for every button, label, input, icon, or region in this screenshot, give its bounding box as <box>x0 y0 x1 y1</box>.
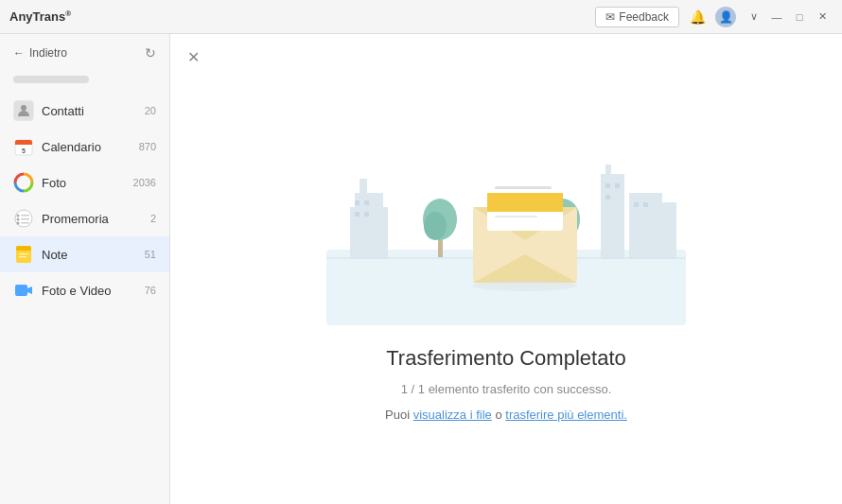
svg-point-49 <box>473 280 577 291</box>
sidebar-item-fotovideo[interactable]: Foto e Video 76 <box>0 272 169 308</box>
back-label: Indietro <box>29 46 67 60</box>
bell-icon: 🔔 <box>690 9 706 25</box>
maximize-button[interactable]: □ <box>789 7 810 27</box>
window-controls: ∨ — □ ✕ <box>744 7 833 27</box>
note-icon <box>13 244 34 265</box>
success-links-pre: Puoi <box>385 408 413 422</box>
svg-rect-33 <box>615 183 620 188</box>
svg-rect-25 <box>364 200 369 205</box>
svg-point-9 <box>17 218 20 221</box>
avatar-button[interactable]: 👤 <box>715 7 736 27</box>
sidebar: ← Indietro ↻ Contatti 20 <box>0 34 170 504</box>
promemoria-icon <box>13 208 34 229</box>
svg-rect-32 <box>605 183 610 188</box>
note-label: Note <box>42 248 145 262</box>
calendario-count: 870 <box>139 141 156 152</box>
svg-rect-16 <box>16 249 31 251</box>
svg-point-8 <box>17 215 20 217</box>
fotovideo-label: Foto e Video <box>42 284 145 298</box>
promemoria-count: 2 <box>150 213 156 224</box>
svg-point-10 <box>17 222 20 225</box>
svg-rect-29 <box>605 165 611 179</box>
contatti-icon <box>13 100 34 121</box>
success-container: Trasferimento Completato 1 / 1 elemento … <box>326 117 686 422</box>
note-count: 51 <box>145 249 156 260</box>
success-links: Puoi visualizza i file o trasferire più … <box>385 408 627 422</box>
title-bar-right: ✉ Feedback 🔔 👤 ∨ — □ ✕ <box>595 7 833 27</box>
back-button[interactable]: ← Indietro <box>13 46 67 60</box>
feedback-label: Feedback <box>619 10 669 24</box>
svg-rect-48 <box>495 216 537 217</box>
chevron-down-button[interactable]: ∨ <box>744 7 764 27</box>
svg-rect-12 <box>21 218 29 220</box>
back-arrow-icon: ← <box>13 46 25 60</box>
promemoria-label: Promemoria <box>42 212 150 226</box>
success-illustration <box>326 117 686 325</box>
title-bar: AnyTrans® ✉ Feedback 🔔 👤 ∨ — □ ✕ <box>0 0 842 34</box>
svg-rect-18 <box>19 256 26 257</box>
svg-point-1 <box>21 105 26 111</box>
svg-rect-22 <box>360 179 367 198</box>
svg-rect-35 <box>634 202 639 207</box>
sidebar-item-foto[interactable]: Foto 2036 <box>0 165 169 200</box>
success-title: Trasferimento Completato <box>386 346 626 371</box>
main-layout: ← Indietro ↻ Contatti 20 <box>0 34 842 504</box>
sidebar-item-note[interactable]: Note 51 <box>0 236 169 272</box>
success-links-mid: o <box>492 408 505 422</box>
foto-label: Foto <box>42 176 133 190</box>
close-x-icon: ✕ <box>187 48 200 66</box>
svg-rect-24 <box>355 200 360 205</box>
svg-text:5: 5 <box>22 148 26 154</box>
app-trademark: ® <box>65 9 71 18</box>
minimize-button[interactable]: — <box>766 7 787 27</box>
content-area: ✕ <box>170 34 842 504</box>
svg-rect-28 <box>601 174 624 259</box>
feedback-envelope-icon: ✉ <box>605 10 615 24</box>
svg-rect-13 <box>21 222 29 224</box>
sidebar-header: ← Indietro ↻ <box>0 34 169 72</box>
foto-icon <box>13 172 34 193</box>
contatti-label: Contatti <box>42 104 145 118</box>
svg-rect-27 <box>364 212 369 217</box>
svg-rect-36 <box>643 202 648 207</box>
device-info <box>0 72 169 93</box>
svg-rect-31 <box>658 202 676 259</box>
foto-count: 2036 <box>133 177 156 188</box>
contatti-count: 20 <box>145 105 156 116</box>
bell-button[interactable]: 🔔 <box>687 7 708 27</box>
sidebar-item-contatti[interactable]: Contatti 20 <box>0 93 169 129</box>
calendario-icon: 5 <box>13 136 34 157</box>
svg-rect-34 <box>605 195 610 200</box>
svg-rect-26 <box>355 212 360 217</box>
fotovideo-count: 76 <box>145 285 156 296</box>
view-files-link[interactable]: visualizza i file <box>413 408 492 422</box>
fotovideo-icon <box>13 280 34 301</box>
title-bar-left: AnyTrans® <box>9 9 71 24</box>
refresh-button[interactable]: ↻ <box>145 45 156 61</box>
svg-rect-19 <box>15 285 27 296</box>
success-subtitle: 1 / 1 elemento trasferito con successo. <box>401 382 612 396</box>
feedback-button[interactable]: ✉ Feedback <box>595 7 679 27</box>
close-dialog-button[interactable]: ✕ <box>184 47 202 66</box>
svg-rect-11 <box>21 215 29 217</box>
svg-rect-4 <box>15 143 32 145</box>
sidebar-item-promemoria[interactable]: Promemoria 2 <box>0 200 169 236</box>
calendario-label: Calendario <box>42 140 139 154</box>
svg-point-40 <box>424 212 447 240</box>
svg-rect-17 <box>19 253 28 254</box>
svg-rect-46 <box>487 193 563 212</box>
app-title: AnyTrans® <box>9 9 71 24</box>
app-name-text: AnyTrans <box>9 9 65 24</box>
sidebar-item-calendario[interactable]: 5 Calendario 870 <box>0 129 169 165</box>
user-icon: 👤 <box>715 7 736 27</box>
close-button[interactable]: ✕ <box>812 7 833 27</box>
svg-rect-47 <box>495 186 552 189</box>
device-bar <box>13 76 89 83</box>
transfer-more-link[interactable]: trasferire più elementi. <box>505 408 627 422</box>
